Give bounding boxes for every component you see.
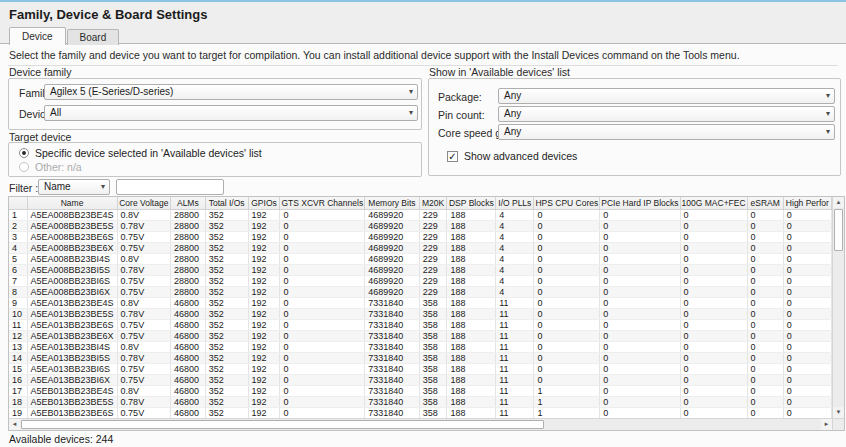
cell[interactable]: 192 (248, 386, 280, 397)
cell[interactable]: 0 (534, 265, 600, 276)
cell[interactable]: A5EA008BB23BI6S (27, 276, 117, 287)
cell[interactable]: 4 (496, 254, 534, 265)
cell[interactable]: 7331840 (365, 342, 420, 353)
cell[interactable]: 188 (447, 408, 496, 419)
table-row[interactable]: 16A5EA013BB23BI6X0.75V468003521920733184… (9, 375, 832, 386)
cell[interactable]: 0 (534, 331, 600, 342)
table-row[interactable]: 12A5EA013BB23BE6X0.75V468003521920733184… (9, 331, 832, 342)
cell[interactable]: 46800 (171, 375, 206, 386)
cell[interactable]: 0 (680, 298, 747, 309)
cell[interactable]: 0 (600, 320, 680, 331)
cell[interactable]: 28800 (171, 276, 206, 287)
cell[interactable]: 28800 (171, 254, 206, 265)
cell[interactable]: 352 (205, 353, 248, 364)
cell[interactable]: 188 (447, 309, 496, 320)
cell[interactable]: 4 (496, 276, 534, 287)
cell[interactable]: 0 (534, 287, 600, 298)
cell[interactable]: 1 (534, 386, 600, 397)
cell[interactable]: 0 (280, 243, 365, 254)
cell[interactable]: 46800 (171, 386, 206, 397)
cell[interactable]: A5EA013BB23BI5S (27, 353, 117, 364)
cell[interactable]: 0.75V (117, 232, 170, 243)
cell[interactable]: 0 (680, 210, 747, 221)
cell[interactable]: A5EA008BB23BE6S (27, 232, 117, 243)
cell[interactable]: 358 (419, 353, 447, 364)
cell[interactable]: 0.75V (117, 287, 170, 298)
cell[interactable]: 0 (783, 287, 831, 298)
tab-device[interactable]: Device (9, 27, 66, 45)
cell[interactable]: 192 (248, 364, 280, 375)
cell[interactable]: 192 (248, 309, 280, 320)
cell[interactable]: 0 (680, 243, 747, 254)
cell[interactable]: 0 (783, 320, 831, 331)
table-row[interactable]: 8A5EA008BB23BI6X0.75V2880035219204689920… (9, 287, 832, 298)
cell[interactable]: A5EA008BB23BI5S (27, 265, 117, 276)
cell[interactable]: 7331840 (365, 397, 420, 408)
cell[interactable]: A5EA008BB23BE4S (27, 210, 117, 221)
cell[interactable]: 11 (496, 320, 534, 331)
cell[interactable]: 4 (496, 232, 534, 243)
cell[interactable]: 192 (248, 298, 280, 309)
cell[interactable]: 352 (205, 331, 248, 342)
cell[interactable]: 11 (496, 331, 534, 342)
cell[interactable]: 188 (447, 287, 496, 298)
core-speed-grade-select[interactable]: Any ▾ (498, 124, 835, 140)
cell[interactable]: 0 (280, 364, 365, 375)
cell[interactable]: 0 (783, 221, 831, 232)
cell[interactable]: A5EA013BB23BE5S (27, 309, 117, 320)
cell[interactable]: 28800 (171, 210, 206, 221)
cell[interactable]: 229 (419, 243, 447, 254)
cell[interactable]: 0 (534, 221, 600, 232)
cell[interactable]: 188 (447, 254, 496, 265)
cell[interactable]: 0 (680, 265, 747, 276)
cell[interactable]: 352 (205, 287, 248, 298)
cell[interactable]: 4 (496, 210, 534, 221)
cell[interactable]: 229 (419, 221, 447, 232)
cell[interactable]: 0 (783, 331, 831, 342)
scroll-right-button[interactable]: ► (821, 419, 832, 430)
cell[interactable]: 192 (248, 210, 280, 221)
column-header[interactable]: 100G MAC+FEC (680, 197, 747, 210)
cell[interactable]: 358 (419, 342, 447, 353)
cell[interactable]: 0.8V (117, 298, 170, 309)
cell[interactable]: 0 (600, 386, 680, 397)
cell[interactable]: 0 (534, 342, 600, 353)
vertical-scrollbar-thumb[interactable] (834, 209, 843, 251)
cell[interactable]: 0 (783, 232, 831, 243)
cell[interactable]: 229 (419, 210, 447, 221)
cell[interactable]: 0 (783, 309, 831, 320)
cell[interactable]: 352 (205, 254, 248, 265)
cell[interactable]: 352 (205, 364, 248, 375)
cell[interactable]: 0 (747, 342, 783, 353)
column-header[interactable]: HPS CPU Cores (534, 197, 600, 210)
cell[interactable]: 192 (248, 221, 280, 232)
cell[interactable]: 0 (600, 342, 680, 353)
cell[interactable]: 188 (447, 353, 496, 364)
cell[interactable]: 0 (783, 254, 831, 265)
cell[interactable]: A5EA008BB23BE5S (27, 221, 117, 232)
cell[interactable]: 28800 (171, 287, 206, 298)
cell[interactable]: 0 (280, 254, 365, 265)
cell[interactable]: 192 (248, 276, 280, 287)
cell[interactable]: 28800 (171, 232, 206, 243)
cell[interactable]: 0 (280, 342, 365, 353)
cell[interactable]: 0 (280, 331, 365, 342)
cell[interactable]: 0 (680, 342, 747, 353)
cell[interactable]: 0 (747, 254, 783, 265)
cell[interactable]: 352 (205, 386, 248, 397)
cell[interactable]: 11 (496, 342, 534, 353)
cell[interactable]: 0 (280, 232, 365, 243)
cell[interactable]: 0.75V (117, 320, 170, 331)
cell[interactable]: 0 (600, 298, 680, 309)
cell[interactable]: 0 (680, 397, 747, 408)
tab-board[interactable]: Board (67, 29, 120, 45)
cell[interactable]: 0.75V (117, 276, 170, 287)
cell[interactable]: 188 (447, 364, 496, 375)
cell[interactable]: 0 (280, 287, 365, 298)
cell[interactable]: 4689920 (365, 287, 420, 298)
cell[interactable]: 358 (419, 298, 447, 309)
cell[interactable]: 0 (783, 375, 831, 386)
cell[interactable]: 0 (534, 353, 600, 364)
cell[interactable]: 11 (496, 298, 534, 309)
cell[interactable]: 0 (747, 265, 783, 276)
